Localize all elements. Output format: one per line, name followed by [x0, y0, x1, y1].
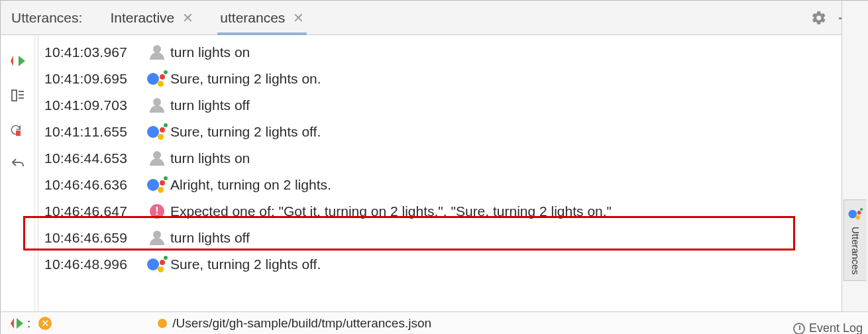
run-icon[interactable] — [10, 318, 23, 329]
status-colon: : — [27, 316, 30, 331]
tab-interactive[interactable]: Interactive ✕ — [110, 1, 193, 34]
log-message: turn lights on — [170, 150, 250, 166]
timestamp: 10:41:11.655 — [44, 124, 144, 140]
error-icon: ! — [150, 204, 164, 219]
run-icon[interactable] — [9, 52, 27, 70]
log-message: Sure, turning 2 lights on. — [170, 71, 321, 87]
right-tab-label: Utterances — [850, 227, 861, 275]
timestamp: 10:41:09.695 — [44, 71, 144, 87]
timestamp: 10:41:09.703 — [44, 97, 144, 113]
timestamp: 10:46:48.996 — [44, 256, 144, 272]
cancel-icon[interactable]: ✕ — [38, 317, 52, 330]
log-row: 10:41:09.703turn lights off — [44, 92, 868, 119]
layout-icon[interactable] — [9, 87, 27, 104]
timestamp: 10:46:46.647 — [44, 203, 144, 219]
log-row: 10:46:46.636Alright, turning on 2 lights… — [44, 172, 868, 198]
clock-icon — [793, 323, 805, 335]
user-icon — [150, 231, 164, 245]
assistant-icon — [147, 123, 167, 140]
event-log-label: Event Log — [809, 321, 863, 334]
log-message: Sure, turning 2 lights off. — [170, 124, 321, 140]
timestamp: 10:46:44.653 — [44, 150, 144, 166]
tool-window-title: Utterances: — [11, 10, 82, 26]
status-bar: : ✕ /Users/git/gh-sample/build/tmp/utter… — [1, 311, 868, 334]
log-message: turn lights off — [170, 97, 250, 113]
assistant-icon — [849, 208, 863, 220]
assistant-icon — [147, 176, 167, 194]
log-message: turn lights on — [170, 44, 250, 60]
log-row: 10:46:46.647!Expected one of: "Got it, t… — [44, 198, 868, 225]
log-row: 10:46:48.996Sure, turning 2 lights off. — [44, 251, 868, 278]
timestamp: 10:41:03.967 — [44, 44, 144, 60]
warning-dot-icon — [158, 319, 167, 328]
gear-icon[interactable] — [811, 10, 827, 26]
event-log-button[interactable]: Event Log — [793, 321, 863, 334]
left-toolbar — [1, 35, 35, 311]
close-icon[interactable]: ✕ — [293, 10, 304, 26]
log-row: 10:46:44.653turn lights on — [44, 145, 868, 172]
log-message: Expected one of: "Got it, turning on 2 l… — [170, 203, 612, 219]
status-path: /Users/git/gh-sample/build/tmp/utterance… — [172, 316, 431, 331]
right-tab-utterances[interactable]: Utterances — [843, 199, 867, 281]
log-message: Sure, turning 2 lights off. — [170, 256, 321, 272]
rerun-icon[interactable] — [9, 121, 27, 139]
log-row: 10:41:09.695Sure, turning 2 lights on. — [44, 66, 868, 92]
tab-label: Interactive — [110, 10, 174, 26]
log-row: 10:41:11.655Sure, turning 2 lights off. — [44, 119, 868, 145]
timestamp: 10:46:46.636 — [44, 177, 144, 193]
undo-icon[interactable] — [9, 156, 27, 173]
close-icon[interactable]: ✕ — [182, 10, 193, 26]
tab-utterances[interactable]: utterances ✕ — [220, 1, 304, 34]
right-rail: Utterances — [841, 1, 868, 311]
user-icon — [150, 151, 164, 166]
log-row: 10:41:03.967turn lights on — [44, 39, 868, 66]
log-message: Alright, turning on 2 lights. — [170, 177, 331, 193]
log-row: 10:46:46.659turn lights off — [44, 225, 868, 251]
log-message: turn lights off — [170, 230, 250, 246]
user-icon — [150, 45, 164, 60]
assistant-icon — [147, 70, 167, 87]
timestamp: 10:46:46.659 — [44, 230, 144, 246]
tool-window-header: Utterances: Interactive ✕ utterances ✕ — — [1, 1, 868, 35]
tab-label: utterances — [220, 10, 285, 26]
user-icon — [150, 98, 164, 113]
assistant-icon — [147, 256, 167, 273]
log-panel: 10:41:03.967turn lights on10:41:09.695Su… — [35, 35, 868, 311]
svg-rect-0 — [12, 90, 17, 101]
